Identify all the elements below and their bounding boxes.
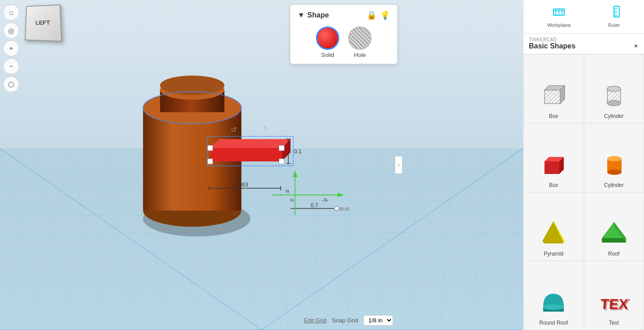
library-name: Basic Shapes — [529, 42, 575, 50]
shape-item-box-wire[interactable]: Box — [523, 54, 584, 123]
cylinder-wire-visual — [598, 79, 630, 110]
svg-point-65 — [334, 206, 339, 211]
view-3d-button[interactable]: ⬡ — [3, 76, 19, 92]
svg-text:0.7: 0.7 — [311, 202, 318, 208]
target-button[interactable]: ◎ — [3, 22, 19, 39]
shape-cylinder-wire-label: Cylinder — [604, 113, 624, 119]
svg-point-99 — [543, 304, 564, 310]
shape-panel-icons: 🔒 💡 — [367, 10, 390, 20]
workplane-label: Workplane — [547, 22, 571, 28]
home-button[interactable]: ⌂ — [3, 4, 19, 21]
shape-item-round-roof[interactable]: Round Roof — [523, 261, 584, 330]
svg-text:-⅞: -⅞ — [322, 197, 328, 203]
svg-text:↑: ↑ — [264, 124, 267, 131]
zoom-out-button[interactable]: − — [3, 58, 19, 74]
svg-point-91 — [607, 169, 622, 175]
svg-marker-86 — [545, 161, 559, 174]
svg-text:TEXT: TEXT — [601, 297, 629, 313]
svg-text:⅛: ⅛ — [285, 188, 289, 194]
shape-item-text[interactable]: TEXT TEXT Text — [584, 261, 644, 330]
svg-rect-38 — [210, 148, 282, 161]
svg-point-36 — [160, 76, 225, 96]
shape-item-pyramid[interactable]: Pyramid — [523, 192, 584, 261]
hole-circle — [348, 26, 372, 50]
svg-text:0.1: 0.1 — [294, 148, 302, 155]
shapes-grid: Box Cylinder — [523, 54, 644, 330]
edit-grid-button[interactable]: Edit Grid — [304, 317, 327, 324]
svg-text:½: ½ — [290, 197, 294, 203]
lock-button[interactable]: 🔒 — [367, 10, 376, 20]
cylinder-solid-visual — [598, 148, 630, 179]
panel-dropdown-icon[interactable]: ▼ — [298, 11, 305, 19]
shape-item-roof[interactable]: Roof — [584, 192, 644, 261]
svg-marker-79 — [545, 90, 560, 104]
roof-visual — [598, 217, 630, 248]
svg-marker-39 — [210, 139, 291, 148]
svg-point-84 — [607, 86, 621, 91]
shape-pyramid-label: Pyramid — [544, 251, 563, 257]
main-container: 0.863 0.1 0.7 ⅛ ½ -⅞ — [0, 0, 644, 330]
zoom-in-button[interactable]: + — [3, 40, 19, 56]
viewport[interactable]: 0.863 0.1 0.7 ⅛ ½ -⅞ — [0, 0, 523, 330]
svg-point-90 — [607, 156, 622, 161]
svg-text:(0,0): (0,0) — [340, 206, 349, 211]
shape-panel-title: ▼ Shape — [298, 11, 329, 19]
view-cube[interactable]: LEFT — [25, 4, 61, 40]
shape-box-wire-label: Box — [549, 113, 558, 119]
objects-layer: 0.863 0.1 0.7 ⅛ ½ -⅞ — [0, 0, 523, 330]
ruler-label: Ruler — [608, 22, 620, 28]
box-wire-visual — [538, 79, 569, 110]
shape-options: Solid Hole — [298, 26, 390, 58]
svg-rect-42 — [279, 145, 284, 151]
shape-text-label: Text — [609, 320, 619, 326]
solid-circle — [316, 26, 339, 50]
bottom-controls: Edit Grid Snap Grid 1/8 in 1/4 in 1/2 in… — [304, 315, 393, 326]
text-3d-visual: TEXT TEXT — [598, 286, 630, 317]
shape-item-box-solid[interactable]: Box — [523, 123, 584, 192]
ruler-icon — [608, 5, 620, 21]
pyramid-visual — [538, 217, 569, 248]
collapse-sidebar-button[interactable]: › — [395, 156, 402, 174]
shape-item-cylinder-wire[interactable]: Cylinder — [584, 54, 644, 123]
solid-label: Solid — [321, 52, 334, 58]
library-header: Tinkercad Basic Shapes ▼ — [523, 34, 644, 54]
shape-panel: ▼ Shape 🔒 💡 Solid Hole — [290, 4, 398, 64]
workplane-icon — [553, 5, 565, 21]
svg-text:0.863: 0.863 — [235, 182, 248, 188]
info-button[interactable]: 💡 — [380, 10, 390, 20]
sidebar-toolbar: Workplane Ruler — [523, 0, 644, 34]
hole-label: Hole — [354, 52, 366, 58]
library-source: Tinkercad — [529, 37, 639, 42]
svg-rect-41 — [207, 145, 213, 151]
round-roof-visual — [538, 286, 569, 317]
hole-option[interactable]: Hole — [348, 26, 372, 58]
library-dropdown-arrow[interactable]: ▼ — [633, 43, 639, 49]
left-tools: ⌂ ◎ + − ⬡ — [0, 0, 22, 330]
library-name-row: Basic Shapes ▼ — [529, 42, 639, 50]
right-sidebar: Workplane Ruler Tinkercad — [523, 0, 644, 330]
box-solid-visual — [538, 148, 569, 179]
svg-marker-93 — [542, 221, 565, 243]
shape-roof-label: Roof — [608, 251, 619, 257]
svg-marker-58 — [293, 170, 297, 177]
shape-cylinder-solid-label: Cylinder — [604, 182, 624, 188]
svg-rect-44 — [279, 159, 284, 164]
shape-panel-header: ▼ Shape 🔒 💡 — [298, 10, 390, 20]
snap-grid-select[interactable]: 1/8 in 1/4 in 1/2 in 1 in — [363, 315, 393, 326]
shape-item-cylinder-solid[interactable]: Cylinder — [584, 123, 644, 192]
svg-marker-96 — [602, 238, 626, 243]
svg-text:↺: ↺ — [231, 126, 237, 134]
solid-option[interactable]: Solid — [316, 26, 339, 58]
svg-point-85 — [607, 100, 621, 106]
svg-rect-43 — [207, 159, 213, 164]
shape-round-roof-label: Round Roof — [539, 320, 568, 326]
workplane-tool[interactable]: Workplane — [544, 4, 574, 30]
shape-box-solid-label: Box — [549, 182, 558, 188]
svg-marker-59 — [337, 193, 344, 197]
cube-face-left: LEFT — [25, 4, 62, 42]
panel-title-text: Shape — [307, 11, 329, 19]
snap-grid-label: Snap Grid — [332, 317, 358, 324]
ruler-tool[interactable]: Ruler — [604, 4, 624, 30]
